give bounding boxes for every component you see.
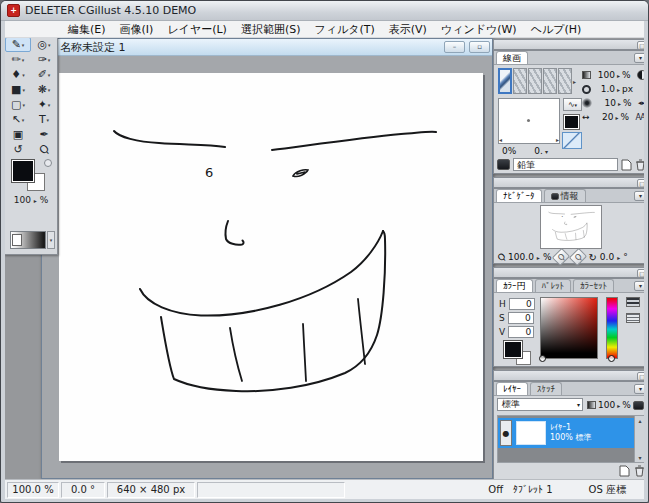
tool-opacity-value[interactable]: 100 [14,195,31,205]
magic-wand-tool[interactable]: ✦▾ [31,97,57,112]
stroke-preview[interactable]: ◂ ▸ [498,98,560,144]
stepper-icon[interactable]: ▸ [617,86,620,93]
smudge-tool[interactable]: ❋▾ [31,82,57,97]
status-zoom[interactable]: 100.0 % [7,482,59,498]
taper-icon[interactable]: ◂▸ [638,99,644,107]
menu-view[interactable]: 表示(V) [382,21,434,38]
tool-dropdown-icon[interactable]: ▾ [22,87,25,93]
value-input[interactable]: 0 [508,326,534,338]
pressure-curve-button[interactable] [562,132,582,149]
pen-name-field[interactable]: 鉛筆 [513,158,618,171]
stepper-icon[interactable]: ▸ [616,114,619,121]
scroll-down-icon[interactable]: ▾ [638,454,641,461]
preview-right-label[interactable]: 0. [534,146,543,156]
navigator-zoom-value[interactable]: 100.0 [508,252,534,262]
preview-right-arrow-icon[interactable]: ▸ [556,136,559,143]
app-titlebar[interactable]: + DELETER CGillust 4.5.10 DEMO [1,1,648,21]
tool-dropdown-icon[interactable]: ▾ [22,57,25,63]
layer-thumbnail[interactable] [516,421,546,445]
scroll-up-icon[interactable]: ▴ [638,417,641,424]
menu-filter[interactable]: フィルタ(T) [307,21,381,38]
antialias-icon[interactable]: AA [636,113,644,122]
menu-edit[interactable]: 編集(E) [61,21,113,38]
layer-list-scrollbar[interactable]: ▴ ▾ [634,416,644,462]
brush-tip-texture[interactable] [558,68,572,94]
brush-tip-texture[interactable] [513,68,527,94]
layer-lock-icon[interactable] [633,401,644,410]
stepper-icon[interactable]: ▸ [617,254,620,261]
blend-mode-select[interactable]: 標準 ▾ [497,398,583,411]
stepper-icon[interactable]: ▸ [617,72,620,79]
brush-opacity-value[interactable]: 100 [593,70,615,80]
menu-select[interactable]: 選択範囲(S) [234,21,308,38]
brush-color-swatch[interactable] [564,115,579,129]
color-lines-icon[interactable] [626,313,640,323]
sv-picker-marker[interactable] [539,355,546,362]
delete-layer-icon[interactable] [634,465,644,477]
tool-dropdown-icon[interactable]: ▾ [48,57,51,63]
layers-panel-header[interactable]: □ [493,370,644,381]
stepper-icon[interactable]: ▸ [34,197,37,204]
brush-panel-collapse-button[interactable]: □ [637,41,644,50]
saturation-value-picker[interactable] [540,297,598,359]
hue-bar[interactable] [606,297,618,359]
stepper-icon[interactable]: ▸ [618,100,621,107]
tool-dropdown-icon[interactable]: ▾ [48,72,51,78]
foreground-color-swatch[interactable] [504,341,522,358]
brush-tool[interactable]: ✐▾ [31,67,57,82]
pen-tool[interactable]: ✎▾ [5,38,31,52]
marquee-select-tool[interactable]: ▢▾ [5,97,31,112]
menu-image[interactable]: 画像(I) [113,21,161,38]
gradient-stepper[interactable]: ▾ [47,231,55,249]
tab-navigator[interactable]: ﾅﾋﾞｹﾞｰﾀ [496,189,542,202]
brush-size-value[interactable]: 1.0 [593,84,615,94]
menu-layer[interactable]: レイヤー(L) [160,21,234,38]
tab-palette[interactable]: ﾊﾟﾚｯﾄ [535,279,572,292]
layer-opacity-value[interactable]: 100 [598,400,615,410]
brush-strip-scroll-icon[interactable]: ▸ [573,78,576,85]
brush-spacing-value[interactable]: 20 [592,112,614,122]
navigator-panel-header[interactable]: □ [493,177,644,188]
zoom-tool[interactable]: Ϙ [31,142,57,157]
stepper-icon[interactable]: ▸ [617,402,620,409]
stepper-icon[interactable]: ▸ [537,254,540,261]
brush-density-value[interactable]: 10 [594,98,616,108]
tool-setup-tool[interactable]: ✑▾ [31,52,57,67]
tool-dropdown-icon[interactable]: ▾ [22,117,25,123]
tab-line-art[interactable]: 線画 [496,51,528,64]
tab-info[interactable]: 情報 [544,189,586,202]
document-maximize-button[interactable]: ▫ [469,41,490,53]
document-minimize-button[interactable]: – [444,41,465,53]
eyedropper-tool[interactable]: ✒ [31,127,57,142]
dropdown-icon[interactable]: ▾ [545,148,548,155]
hue-bar-marker[interactable] [608,355,615,362]
pencil-tool[interactable]: ✏▾ [5,52,31,67]
brush-panel-menu-button[interactable]: ▾ [634,53,644,63]
layers-panel-collapse-button[interactable]: □ [637,372,644,381]
document-titlebar[interactable]: 名称未設定 1 – ▫ [42,39,492,56]
stroke-shape-button[interactable]: ∿▾ [563,98,582,111]
gradient-marker[interactable] [12,234,22,246]
move-tool[interactable]: ↖▾ [5,112,31,127]
brush-tip-texture[interactable] [528,68,542,94]
rotate-view-icon[interactable]: ↻ [588,252,596,263]
tab-color-set[interactable]: ｶﾗｰｾｯﾄ [573,279,614,292]
navigator-panel-collapse-button[interactable]: □ [637,179,644,188]
layers-panel-menu-button[interactable]: ▾ [634,384,644,394]
tool-dropdown-icon[interactable]: ▾ [22,42,25,48]
foreground-color-swatch[interactable] [12,160,34,182]
zoom-out-button[interactable]: Ϙ [552,248,570,266]
menu-window[interactable]: ウィンドウ(W) [434,21,524,38]
preview-left-arrow-icon[interactable]: ◂ [499,136,502,143]
new-pen-icon[interactable] [621,159,632,171]
color-panel-header[interactable]: □ [493,267,644,278]
tool-dropdown-icon[interactable]: ▾ [48,87,51,93]
layer-row[interactable]: ● ﾚｲﾔｰ1 100% 標準 [498,418,634,448]
ink-drop-tool[interactable]: ♦▾ [5,67,31,82]
zoom-in-button[interactable]: Ϙ [569,248,587,266]
navigator-rotation-value[interactable]: 0.0 [600,252,614,262]
new-layer-icon[interactable] [619,465,630,477]
crop-tool[interactable]: ▣ [5,127,31,142]
canvas[interactable]: 6 [59,73,483,461]
round-pen-tool[interactable]: ◎▾ [31,38,57,52]
